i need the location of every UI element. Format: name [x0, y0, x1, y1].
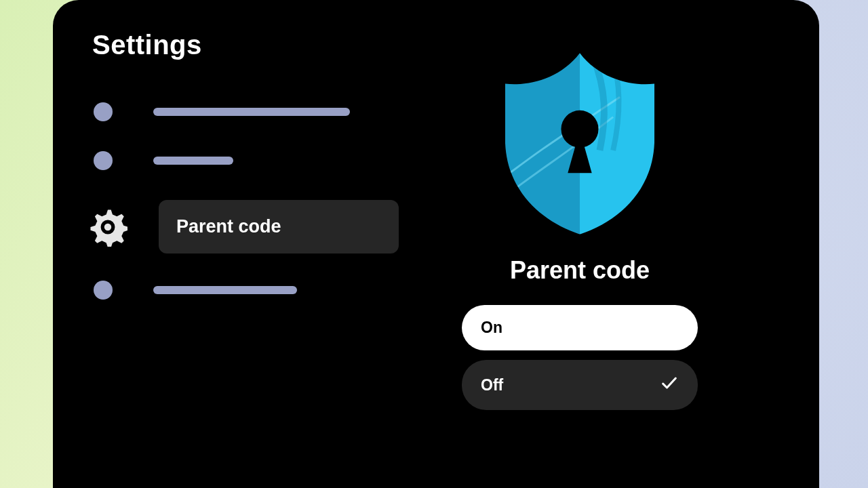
menu-label-placeholder	[153, 157, 233, 165]
shield-lock-icon	[498, 49, 661, 239]
option-list: On Off	[462, 305, 698, 410]
gear-icon	[88, 207, 129, 247]
svg-point-1	[104, 223, 111, 230]
menu-bullet-icon	[94, 102, 113, 121]
menu-label-placeholder	[153, 108, 350, 116]
check-icon	[660, 373, 679, 396]
menu-item-selected-chip: Parent code	[159, 200, 399, 253]
menu-label-placeholder	[153, 286, 297, 294]
option-label: On	[481, 319, 502, 337]
menu-item-label: Parent code	[176, 216, 281, 237]
svg-rect-2	[500, 50, 580, 237]
menu-bullet-icon	[94, 151, 113, 170]
option-on[interactable]: On	[462, 305, 698, 350]
option-label: Off	[481, 376, 503, 394]
menu-bullet-icon	[94, 281, 113, 300]
option-off[interactable]: Off	[462, 360, 698, 410]
svg-rect-3	[580, 50, 660, 237]
detail-pane: Parent code On Off	[454, 49, 705, 410]
detail-heading: Parent code	[510, 256, 650, 285]
settings-panel: Settings Parent code	[53, 0, 819, 488]
